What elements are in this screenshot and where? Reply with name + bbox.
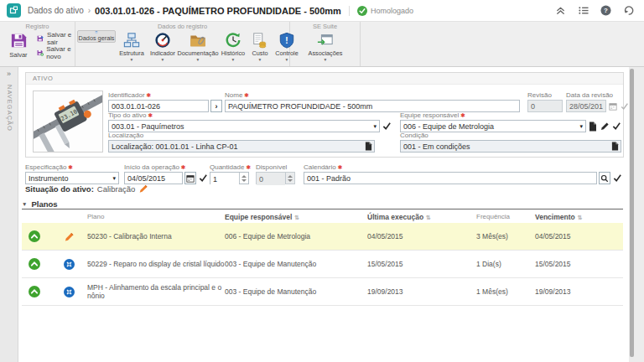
tab-custo-label: Custo <box>252 49 267 57</box>
col-frequencia[interactable]: Frequência <box>476 213 535 220</box>
refresh-icon[interactable] <box>622 5 634 17</box>
tab-estrutura[interactable]: Estrutura ▾ <box>116 30 148 66</box>
save-exit-button[interactable]: Salvar e sair <box>37 33 75 44</box>
quantidade-input[interactable] <box>210 173 239 185</box>
plan-team: 006 - Equipe de Metrologia <box>225 232 367 240</box>
task-list-icon[interactable] <box>577 5 589 17</box>
collapse-ribbon-icon[interactable] <box>554 5 566 17</box>
data-revisao-label: Data da revisão <box>566 91 613 99</box>
col-equipe[interactable]: Equipe responsável⇅ <box>225 213 367 221</box>
planos-collapse-icon[interactable]: ▼ <box>22 201 27 207</box>
tipo-confirm-check-icon[interactable] <box>382 120 392 132</box>
navigation-sidebar[interactable]: » NAVEGAÇÃO <box>0 67 18 362</box>
breadcrumb[interactable]: Dados do ativo <box>28 6 84 15</box>
save-new-button[interactable]: Salvar e novo <box>37 47 75 58</box>
tipo-ativo-select[interactable]: 003.01 - Paquímetros▾ <box>108 120 380 132</box>
indicator-gauge-icon <box>154 32 171 49</box>
tab-historico[interactable]: Histórico ▾ <box>218 30 248 66</box>
help-icon[interactable]: ? <box>600 5 611 17</box>
plan-row[interactable]: 50230 - Calibração Interna 006 - Equipe … <box>22 223 623 251</box>
tab-associacoes[interactable]: Associações ▾ <box>302 30 349 66</box>
tab-historico-caret-icon: ▾ <box>232 58 235 62</box>
save-exit-label: Salvar e sair <box>47 31 75 46</box>
quantidade-stepper[interactable] <box>239 173 247 184</box>
col-vencimento[interactable]: Vencimento⇅ <box>535 213 623 221</box>
tab-custo[interactable]: Custo ▾ <box>248 30 272 66</box>
equipe-view-doc-icon[interactable] <box>588 120 598 132</box>
equipe-select[interactable]: 006 - Equipe de Metrologia▾ <box>400 120 586 132</box>
save-variants: Salvar e sair Salvar e novo <box>37 33 75 58</box>
maintenance-icon[interactable] <box>64 287 75 297</box>
identificador-next-button[interactable]: › <box>210 100 222 112</box>
execute-plan-icon[interactable] <box>29 258 40 270</box>
equipe-edit-pencil-icon[interactable] <box>600 120 610 132</box>
tab-indicador[interactable]: Indicador ▾ <box>148 30 178 66</box>
col-plano[interactable]: Plano <box>87 213 225 220</box>
condicao-field: Condição <box>400 132 621 153</box>
plan-row[interactable]: MPH - Alinhamento da escala principal e … <box>22 278 623 306</box>
edit-status-pencil-icon[interactable] <box>138 184 148 194</box>
asset-photo[interactable]: 23.10 <box>33 90 103 153</box>
condicao-input[interactable] <box>400 140 621 153</box>
equipe-confirm-check-icon[interactable] <box>611 120 621 132</box>
calendario-search-icon[interactable] <box>599 172 610 184</box>
plan-last-execution: 15/05/2015 <box>367 260 476 268</box>
calendar-icon <box>608 100 618 112</box>
especificacao-select[interactable]: Instrumento▾ <box>25 172 119 184</box>
inicio-confirm-check-icon[interactable] <box>198 172 208 184</box>
ativo-panel: ATIVO 23.10 <box>25 72 624 158</box>
localizacao-input[interactable] <box>108 140 375 153</box>
save-button-label: Salvar <box>9 51 27 59</box>
status-text: Homologado <box>371 7 413 15</box>
execute-plan-icon[interactable] <box>29 230 40 242</box>
title-divider <box>349 6 350 16</box>
planos-section-header[interactable]: ▼ Planos <box>22 199 623 209</box>
svg-text:!: ! <box>285 36 288 45</box>
inicio-calendar-icon[interactable] <box>184 172 196 184</box>
app-icon[interactable] <box>7 3 21 18</box>
localizacao-label: Localização <box>108 132 143 139</box>
documentation-folder-icon <box>190 32 206 49</box>
nome-input[interactable] <box>225 100 520 112</box>
quantidade-field: Quantidade✱ <box>210 163 249 184</box>
plan-name: MPH - Alinhamento da escala principal e … <box>87 283 225 300</box>
svg-text:?: ? <box>604 7 608 14</box>
plan-row[interactable]: 50229 - Reparo no display de cristal líq… <box>22 251 623 278</box>
inicio-operacao-label: Início da operação <box>124 163 179 171</box>
workspace: » NAVEGAÇÃO ATIVO <box>0 67 644 362</box>
condicao-doc-icon[interactable] <box>610 141 621 151</box>
tab-dados-gerais-label: Dados gerais <box>79 34 115 42</box>
ativo-panel-title: ATIVO <box>33 75 53 82</box>
vertical-scrollbar[interactable] <box>629 67 644 362</box>
save-button[interactable]: Salvar <box>3 31 34 65</box>
plan-last-execution: 04/05/2015 <box>367 232 476 240</box>
calendario-confirm-check-icon[interactable] <box>612 172 622 184</box>
status-check-icon <box>357 6 367 16</box>
localizacao-doc-icon[interactable] <box>363 141 374 151</box>
scrollbar-thumb[interactable] <box>630 69 634 357</box>
plan-team: 003 - Equipe de Manutenção <box>225 287 367 296</box>
ribbon-group-dados-label: Dados do registro <box>75 23 289 30</box>
history-clock-icon <box>225 32 242 49</box>
tab-dados-gerais[interactable]: Dados gerais <box>77 30 116 43</box>
col-ultima-execucao[interactable]: Última execução⇅ <box>367 213 476 221</box>
execute-plan-icon[interactable] <box>29 286 40 297</box>
dropdown-caret-icon: ▾ <box>373 123 377 130</box>
revisao-input <box>527 100 563 112</box>
calibration-pencil-icon[interactable] <box>64 231 75 242</box>
required-icon: ✱ <box>338 164 343 171</box>
identificador-input[interactable] <box>108 100 209 112</box>
tab-documentacao[interactable]: Documentação ▾ <box>178 30 218 66</box>
sort-icon: ⇅ <box>294 215 299 220</box>
sort-icon: ⇅ <box>426 215 431 220</box>
inicio-operacao-input[interactable] <box>124 172 183 184</box>
sidebar-expand-icon[interactable]: » <box>0 67 18 78</box>
disponivel-stepper <box>285 173 293 184</box>
page-title: 003.01.01-026 - PAQUÍMETRO PROFUNDIDADE … <box>95 6 341 16</box>
plan-team: 003 - Equipe de Manutenção <box>225 260 367 268</box>
maintenance-icon[interactable] <box>64 259 75 270</box>
especificacao-field: Especificação✱ Instrumento▾ <box>25 163 119 184</box>
tab-indicador-label: Indicador <box>150 49 175 57</box>
required-icon: ✱ <box>68 164 73 171</box>
calendario-input[interactable] <box>304 172 597 184</box>
